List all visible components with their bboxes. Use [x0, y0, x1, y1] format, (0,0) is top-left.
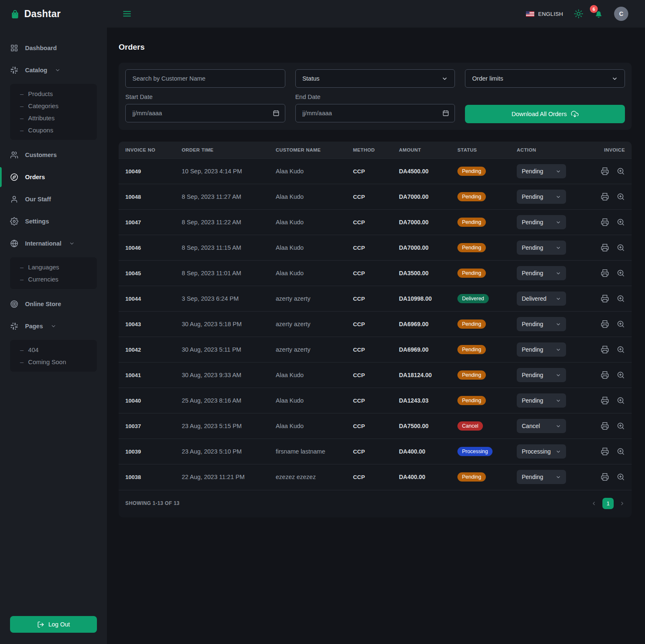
sidebar-item-label: Dashboard [25, 45, 57, 51]
sidebar-item-orders[interactable]: Orders [0, 169, 107, 185]
method-cell: CCP [346, 312, 392, 337]
print-invoice-button[interactable] [601, 218, 609, 226]
prev-page-button[interactable] [591, 501, 597, 506]
page-1-button[interactable]: 1 [602, 498, 614, 509]
app-logo[interactable]: Dashtar [0, 0, 107, 23]
view-invoice-button[interactable] [617, 345, 625, 354]
action-status-select[interactable]: Cancel [517, 419, 566, 433]
print-invoice-button[interactable] [601, 422, 609, 430]
sun-icon [574, 9, 583, 18]
view-invoice-button[interactable] [617, 243, 625, 252]
menu-toggle-button[interactable] [122, 9, 132, 18]
theme-toggle-button[interactable] [574, 9, 583, 18]
sidebar-item-customers[interactable]: Customers [0, 147, 107, 163]
status-select[interactable]: Status [295, 69, 455, 88]
sidebar-item-settings[interactable]: Settings [0, 213, 107, 230]
table-row: 10045 8 Sep, 2023 11:01 AM Alaa Kudo CCP… [119, 261, 632, 286]
chevron-down-icon [442, 76, 448, 82]
print-invoice-button[interactable] [601, 243, 609, 252]
logout-button[interactable]: Log Out [10, 616, 97, 633]
print-invoice-button[interactable] [601, 320, 609, 328]
customer-name-cell: Alaa Kudo [269, 363, 346, 388]
calendar-icon[interactable] [273, 110, 279, 117]
print-invoice-button[interactable] [601, 473, 609, 481]
search-input[interactable] [125, 69, 285, 88]
action-status-select[interactable]: Pending [517, 241, 566, 255]
sidebar-subitem-currencies[interactable]: –Currencies [10, 273, 97, 285]
action-status-select[interactable]: Pending [517, 342, 566, 357]
sidebar-subitem-categories[interactable]: –Categories [10, 100, 97, 112]
view-invoice-button[interactable] [617, 473, 625, 481]
action-status-select[interactable]: Pending [517, 215, 566, 229]
dash-icon: – [20, 114, 23, 122]
chevron-down-icon [556, 398, 561, 403]
sidebar-item-catalog[interactable]: Catalog [0, 62, 107, 79]
sidebar-subitem-coupons[interactable]: –Coupons [10, 124, 97, 136]
printer-icon [601, 473, 609, 481]
status-badge: Pending [457, 167, 486, 176]
invoice-no-cell: 10038 [119, 464, 175, 490]
avatar[interactable]: C [614, 7, 628, 21]
sidebar-subitem-label: Categories [28, 102, 58, 109]
sidebar-item-international[interactable]: International [0, 235, 107, 252]
method-cell: CCP [346, 159, 392, 184]
method-cell: CCP [346, 464, 392, 490]
download-all-orders-button[interactable]: Download All Orders [465, 105, 625, 123]
chevron-down-icon [556, 373, 561, 378]
print-invoice-button[interactable] [601, 193, 609, 201]
action-status-select[interactable]: Pending [517, 190, 566, 204]
print-invoice-button[interactable] [601, 371, 609, 379]
customer-name-cell: azerty azerty [269, 337, 346, 363]
print-invoice-button[interactable] [601, 294, 609, 303]
action-status-select[interactable]: Pending [517, 164, 566, 178]
view-invoice-button[interactable] [617, 320, 625, 328]
sidebar-item-label: Orders [25, 174, 45, 180]
print-invoice-button[interactable] [601, 167, 609, 175]
view-invoice-button[interactable] [617, 422, 625, 430]
print-invoice-button[interactable] [601, 345, 609, 354]
view-invoice-button[interactable] [617, 294, 625, 303]
sidebar-item-online-store[interactable]: Online Store [0, 296, 107, 312]
view-invoice-button[interactable] [617, 193, 625, 201]
sidebar-subitem-languages[interactable]: –Languages [10, 261, 97, 273]
view-invoice-button[interactable] [617, 447, 625, 456]
end-date-input[interactable] [296, 110, 455, 117]
calendar-icon[interactable] [442, 110, 449, 117]
method-cell: CCP [346, 235, 392, 261]
order-limits-select[interactable]: Order limits [465, 69, 625, 88]
action-status-select[interactable]: Pending [517, 470, 566, 484]
dash-icon: – [20, 264, 23, 271]
notifications-button[interactable]: 6 [594, 9, 603, 18]
language-selector[interactable]: ENGLISH [526, 11, 563, 17]
invoice-no-cell: 10049 [119, 159, 175, 184]
filter-panel: Status Order limits Start Date End Date [119, 63, 632, 130]
action-status-select[interactable]: Delivered [517, 292, 566, 306]
sidebar-subitem-attributes[interactable]: –Attributes [10, 112, 97, 124]
print-invoice-button[interactable] [601, 269, 609, 277]
action-status-select[interactable]: Pending [517, 266, 566, 280]
action-status-select[interactable]: Pending [517, 317, 566, 331]
sidebar-subitem-404[interactable]: –404 [10, 344, 97, 356]
view-invoice-button[interactable] [617, 396, 625, 405]
sidebar-subitem-products[interactable]: –Products [10, 88, 97, 100]
start-date-input[interactable] [126, 110, 285, 117]
action-status-select[interactable]: Processing [517, 444, 566, 459]
sidebar-item-dashboard[interactable]: Dashboard [0, 40, 107, 56]
order-time-cell: 3 Sep, 2023 6:24 PM [175, 286, 269, 312]
sidebar-item-label: Online Store [25, 301, 61, 307]
print-invoice-button[interactable] [601, 447, 609, 456]
sidebar-subitem-coming-soon[interactable]: –Coming Soon [10, 356, 97, 368]
action-status-select[interactable]: Pending [517, 393, 566, 408]
view-invoice-button[interactable] [617, 371, 625, 379]
view-invoice-button[interactable] [617, 269, 625, 277]
action-status-select[interactable]: Pending [517, 368, 566, 382]
sidebar-subitem-label: 404 [28, 346, 38, 353]
print-invoice-button[interactable] [601, 396, 609, 405]
start-date-label: Start Date [125, 94, 285, 100]
table-row: 10044 3 Sep, 2023 6:24 PM azerty azerty … [119, 286, 632, 312]
sidebar-item-our-staff[interactable]: Our Staff [0, 191, 107, 208]
view-invoice-button[interactable] [617, 167, 625, 175]
next-page-button[interactable] [620, 501, 625, 506]
sidebar-item-pages[interactable]: Pages [0, 318, 107, 335]
view-invoice-button[interactable] [617, 218, 625, 226]
